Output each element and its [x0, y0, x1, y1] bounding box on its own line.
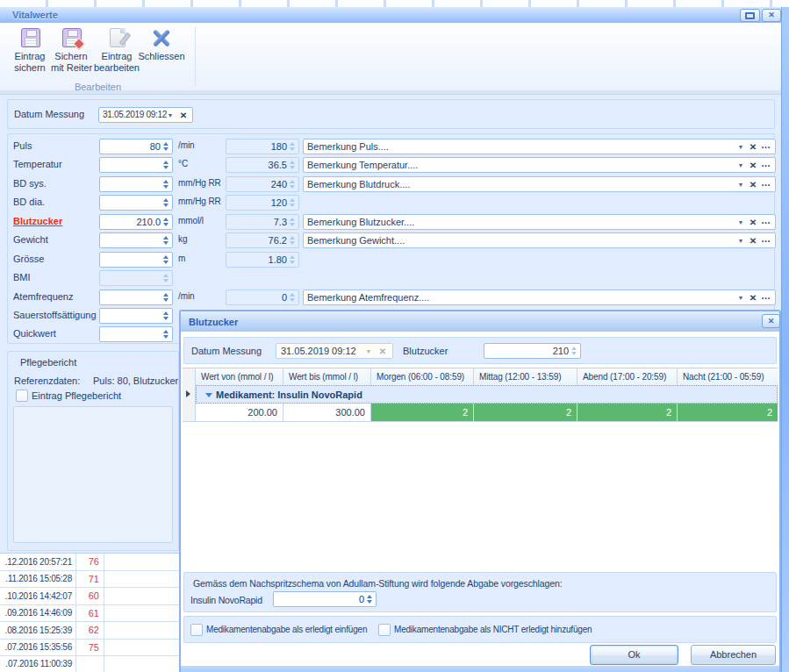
maximize-button[interactable]: [740, 9, 760, 22]
dropdown-icon[interactable]: ▼: [736, 216, 745, 228]
cell-nacht[interactable]: 2: [678, 404, 778, 421]
pflegebericht-group: Pflegebericht Referenzdaten: Puls: 80, B…: [7, 351, 179, 551]
history-row[interactable]: .07.2016 15:35:5675: [0, 640, 179, 656]
dropdown-icon[interactable]: ▼: [736, 178, 745, 190]
gewicht-remark-combo[interactable]: Bemerkung Gewicht....▼✕…: [303, 232, 776, 248]
blutzucker-input[interactable]: 210.0: [99, 214, 173, 230]
gewicht-input[interactable]: [99, 232, 173, 248]
row-label: Blutzucker: [13, 216, 62, 226]
spinner[interactable]: [162, 235, 170, 246]
row-selector-cell: [183, 385, 196, 404]
dialog-blutzucker-editor[interactable]: 210: [484, 343, 581, 359]
more-icon[interactable]: …: [760, 159, 772, 171]
bd-sys-input[interactable]: [99, 176, 173, 192]
col-header-abend[interactable]: Abend (17:00 - 20:59): [577, 368, 678, 385]
puls-input[interactable]: 80: [99, 139, 173, 154]
erledigt-checkbox[interactable]: [190, 624, 203, 636]
history-row[interactable]: .10.2016 14:42:0760: [0, 588, 179, 605]
ribbon-button-sichern-mit-reiter[interactable]: Sichernmit Reiter: [51, 26, 91, 84]
clear-icon[interactable]: ✕: [748, 216, 758, 228]
history-value: 75: [75, 640, 99, 655]
dropdown-icon[interactable]: ▼: [736, 291, 745, 304]
col-header-mittag[interactable]: Mittag (12:00 - 13:59): [474, 368, 577, 385]
nicht-erledigt-checkbox[interactable]: [378, 624, 391, 636]
clear-icon[interactable]: ✕: [748, 291, 758, 304]
history-row[interactable]: .12.2016 20:57:2176: [0, 554, 179, 571]
datum-dropdown-icon[interactable]: ▼: [166, 109, 175, 121]
ribbon-label: sichern: [11, 62, 48, 74]
ok-button[interactable]: Ok: [590, 645, 678, 665]
cell-wert-von[interactable]: 200.00: [196, 404, 283, 421]
ribbon-group-separator: [195, 26, 196, 86]
spinner[interactable]: [162, 254, 170, 265]
bd-dia-input[interactable]: [99, 195, 173, 211]
blutzucker-remark-combo[interactable]: Bemerkung Blutzucker....▼✕…: [303, 214, 776, 230]
clear-icon[interactable]: ✕: [748, 140, 758, 153]
table-group-row[interactable]: Medikament: Insulin NovoRapid: [183, 385, 778, 404]
datum-value: 31.05.2019 09:12: [103, 109, 167, 121]
abbrechen-button[interactable]: Abbrechen: [691, 645, 776, 665]
spinner[interactable]: [162, 311, 170, 321]
spinner[interactable]: [162, 197, 170, 208]
dropdown-icon[interactable]: ▼: [736, 140, 745, 153]
col-header-nacht[interactable]: Nacht (21:00 - 05:59): [678, 368, 778, 385]
spinner[interactable]: [570, 346, 578, 356]
dialog-close-button[interactable]: ✕: [762, 314, 780, 328]
temperatur-remark-combo[interactable]: Bemerkung Temperatur....▼✕…: [303, 157, 776, 173]
quickwert-input[interactable]: [99, 326, 173, 342]
dropdown-icon[interactable]: ▼: [736, 234, 745, 247]
groesse-input[interactable]: [99, 252, 173, 268]
history-row[interactable]: .08.2016 15:25:3962: [0, 622, 179, 640]
history-date: .09.2016 14:46:09: [5, 605, 72, 621]
blutzucker-ref: 7.3: [226, 214, 299, 230]
more-icon[interactable]: …: [760, 291, 772, 304]
clear-icon[interactable]: ✕: [748, 234, 758, 247]
temperatur-input[interactable]: [99, 157, 173, 173]
ribbon-button-eintrag-bearbeiten[interactable]: Eintragbearbeiten: [90, 26, 144, 84]
medication-input[interactable]: 0: [273, 591, 377, 607]
col-header-morgen[interactable]: Morgen (06:00 - 08:59): [371, 368, 474, 385]
form-row-bmi: BMI: [0, 270, 782, 286]
row-label: Gewicht: [13, 234, 48, 245]
clear-icon[interactable]: ✕: [748, 178, 758, 190]
col-header-wert-bis[interactable]: Wert bis (mmol / l): [283, 368, 371, 385]
table-data-row[interactable]: 200.00 300.00 2 2 2 2: [183, 404, 778, 422]
dropdown-icon[interactable]: ▼: [736, 159, 745, 171]
spinner[interactable]: [162, 217, 170, 227]
clear-icon[interactable]: ✕: [748, 159, 758, 171]
pflegebericht-checkbox[interactable]: [16, 390, 28, 402]
col-header-wert-von[interactable]: Wert von (mmol / l): [196, 368, 283, 385]
ribbon-button-eintrag-sichern[interactable]: Eintragsichern: [11, 26, 48, 84]
cell-wert-bis[interactable]: 300.00: [283, 404, 371, 421]
history-row[interactable]: .07.2016 11:00:39: [0, 656, 179, 672]
spinner[interactable]: [162, 141, 170, 152]
more-icon[interactable]: …: [760, 178, 772, 190]
collapse-icon[interactable]: [205, 393, 212, 397]
puls-remark-combo[interactable]: Bemerkung Puls....▼✕…: [303, 139, 776, 154]
spinner[interactable]: [162, 292, 170, 303]
history-row[interactable]: .11.2016 15:05:2871: [0, 571, 179, 588]
atemfrequenz-input[interactable]: [99, 290, 173, 305]
group-cell[interactable]: Medikament: Insulin NovoRapid: [196, 385, 778, 404]
spinner[interactable]: [366, 594, 374, 604]
ribbon-button-schliessen[interactable]: Schliessen: [137, 26, 186, 84]
blutdruck-remark-combo[interactable]: Bemerkung Blutdruck....▼✕…: [303, 176, 776, 192]
more-icon[interactable]: …: [760, 216, 772, 228]
cell-abend[interactable]: 2: [577, 404, 678, 421]
sauerstoffsaettigung-input[interactable]: [99, 308, 173, 324]
nicht-erledigt-checkbox-label: Medikamentenabgabe als NICHT erledigt hi…: [394, 624, 592, 636]
cell-morgen[interactable]: 2: [371, 404, 474, 421]
pflegebericht-memo[interactable]: [13, 406, 173, 543]
datum-clear-icon[interactable]: ✕: [178, 109, 189, 121]
more-icon[interactable]: …: [760, 234, 772, 247]
datum-editor[interactable]: 31.05.2019 09:12 ▼ ✕: [98, 107, 193, 123]
atemfrequenz-remark-combo[interactable]: Bemerkung Atemfrequenz....▼✕…: [303, 290, 776, 305]
history-row[interactable]: .09.2016 14:46:0961: [0, 605, 179, 622]
cell-mittag[interactable]: 2: [474, 404, 577, 421]
spinner[interactable]: [162, 329, 170, 340]
spinner[interactable]: [162, 160, 170, 170]
spinner[interactable]: [162, 179, 170, 189]
row-unit: m: [178, 254, 185, 263]
window-close-button[interactable]: ✕: [762, 9, 781, 22]
more-icon[interactable]: …: [760, 140, 772, 153]
